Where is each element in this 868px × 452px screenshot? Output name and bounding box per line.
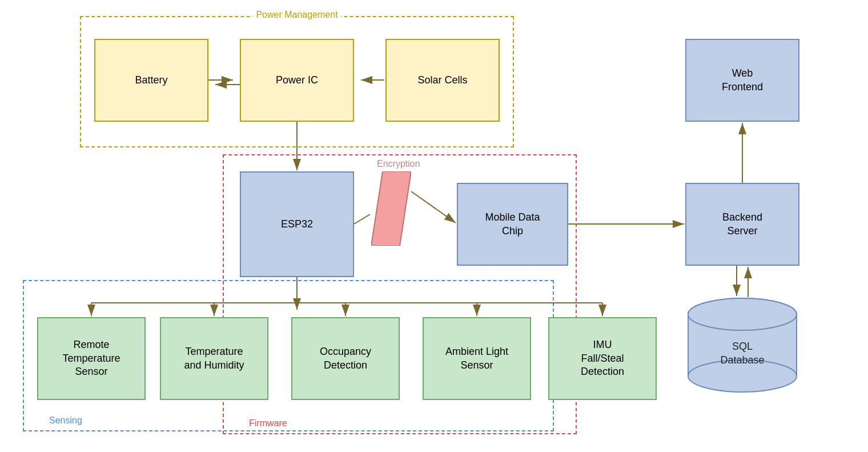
svg-text:SQL: SQL — [732, 341, 753, 352]
encryption-shape — [371, 171, 411, 246]
backend-server-box: Backend Server — [685, 183, 799, 266]
sensing-label: Sensing — [47, 415, 85, 426]
web-frontend-box: Web Frontend — [685, 39, 799, 122]
occupancy-detection-box: Occupancy Detection — [291, 317, 400, 400]
solar-cells-box: Solar Cells — [385, 39, 500, 122]
svg-point-6 — [688, 298, 797, 330]
ambient-light-sensor-box: Ambient Light Sensor — [423, 317, 531, 400]
firmware-label: Firmware — [247, 418, 290, 429]
imu-box: IMU Fall/Steal Detection — [548, 317, 657, 400]
sql-database-box: SQL Database — [685, 297, 799, 394]
power-management-label: Power Management — [252, 10, 341, 20]
power-ic-box: Power IC — [240, 39, 354, 122]
esp32-box: ESP32 — [240, 171, 354, 277]
encryption-label: Encryption — [377, 159, 420, 169]
remote-temp-sensor-box: Remote Temperature Sensor — [37, 317, 146, 400]
mobile-data-chip-box: Mobile Data Chip — [457, 183, 568, 266]
svg-marker-0 — [371, 171, 411, 246]
temp-humidity-box: Temperature and Humidity — [160, 317, 268, 400]
svg-text:Database: Database — [720, 354, 764, 366]
battery-box: Battery — [94, 39, 208, 122]
